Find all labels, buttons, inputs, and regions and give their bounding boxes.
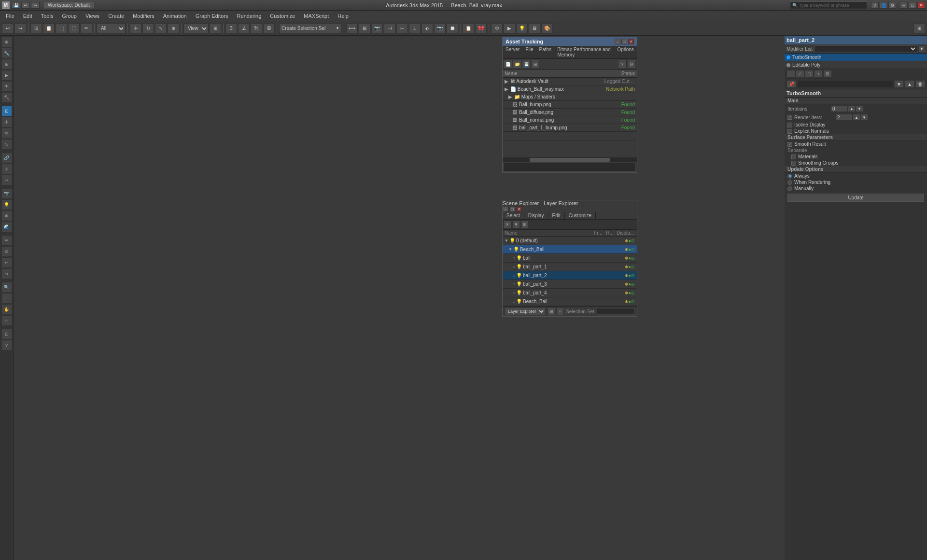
zoom-region-btn[interactable]: ⬚: [1, 293, 12, 304]
se-menu-edit[interactable]: Edit: [548, 212, 565, 219]
search-input[interactable]: Type a keyword or phrase: [799, 3, 849, 8]
ts-iterations-input[interactable]: [831, 105, 848, 112]
menu-file[interactable]: File: [2, 12, 18, 20]
ts-render-iters-up[interactable]: ▲: [853, 114, 860, 121]
se-menu-select[interactable]: Select: [503, 212, 524, 219]
asset-minimize-btn[interactable]: –: [615, 39, 620, 44]
create-tab[interactable]: ⊕: [1, 37, 12, 47]
se-row-beachball2[interactable]: ○ 💡 Beach_Ball ❄ ● ⊞: [503, 297, 637, 306]
quick-access-btn[interactable]: 💾: [12, 2, 20, 9]
ts-iterations-down[interactable]: ▼: [856, 105, 863, 112]
display-tab[interactable]: 👁: [1, 81, 12, 92]
select-and-place-btn[interactable]: ⊕: [168, 23, 179, 34]
ts-always-radio[interactable]: [787, 174, 792, 179]
ts-explicit-check[interactable]: [787, 129, 792, 134]
window-controls[interactable]: – □ ✕: [900, 2, 925, 9]
orbit-btn[interactable]: ○: [1, 315, 12, 326]
element-subobj-btn[interactable]: ⊞: [823, 70, 832, 78]
select-and-scale-btn[interactable]: ⤡: [155, 23, 167, 34]
paint-btn[interactable]: ✏: [1, 235, 12, 246]
se-deselect-btn[interactable]: ✕: [504, 221, 511, 228]
modifier-editablepoly[interactable]: Editable Poly: [785, 61, 927, 69]
menu-edit[interactable]: Edit: [19, 12, 36, 20]
select-by-name-btn[interactable]: 📋: [43, 23, 55, 34]
asset-row-maps[interactable]: ▶ 📁 Maps / Shaders: [503, 93, 637, 101]
undo-view-btn[interactable]: ↩: [1, 257, 12, 268]
ts-when-rendering-radio[interactable]: [787, 180, 792, 185]
menu-tools[interactable]: Tools: [37, 12, 57, 20]
asset-tool-table[interactable]: ⊞: [531, 60, 540, 69]
filter-dropdown[interactable]: All: [97, 23, 126, 34]
menu-views[interactable]: Views: [82, 12, 103, 20]
select-tool[interactable]: ⊡: [1, 106, 12, 116]
asset-menu-bitmap-perf[interactable]: Bitmap Performance and Memory: [554, 46, 614, 58]
helper-tool[interactable]: ⊕: [1, 210, 12, 221]
rotate-tool[interactable]: ↻: [1, 128, 12, 139]
light-tool[interactable]: 💡: [1, 199, 12, 210]
render-frame-btn[interactable]: 🖥: [529, 23, 540, 34]
ts-update-btn[interactable]: Update: [787, 194, 924, 202]
link-tool[interactable]: 🔗: [1, 153, 12, 163]
ts-smoothing-check[interactable]: [791, 161, 796, 166]
layer-manager-btn[interactable]: 📋: [463, 23, 474, 34]
mirror-btn[interactable]: ⟺: [346, 23, 358, 34]
ts-isoline-check[interactable]: [787, 123, 792, 127]
turbosmooth-rollout-header[interactable]: TurboSmooth: [785, 89, 927, 98]
asset-row-bump2[interactable]: 🖼 ball_part_1_bump.png Found: [503, 124, 637, 132]
place-highlight-btn[interactable]: ⬖: [421, 23, 433, 34]
asset-row-diffuse[interactable]: 🖼 Ball_diffuse.png Found: [503, 109, 637, 116]
redo-view-btn[interactable]: ↪: [1, 268, 12, 279]
menu-animation[interactable]: Animation: [159, 12, 191, 20]
menu-graph-editors[interactable]: Graph Editors: [192, 12, 232, 20]
menu-help[interactable]: Help: [334, 12, 352, 20]
ts-manually-radio[interactable]: [787, 186, 792, 191]
se-row-part3[interactable]: ○ 💡 ball_part_3 ❄ ● ⊞: [503, 280, 637, 289]
se-minimize-btn[interactable]: –: [503, 206, 508, 212]
active-shade-btn[interactable]: 💡: [516, 23, 528, 34]
hierarchy-tab[interactable]: ⊞: [1, 59, 12, 70]
se-footer-icon2[interactable]: +: [556, 308, 564, 315]
undo-btn[interactable]: ↩: [2, 23, 14, 34]
help-btn-left[interactable]: ?: [1, 340, 12, 350]
ribbon-btn[interactable]: 🎀: [475, 23, 487, 34]
camera-tool[interactable]: 📷: [1, 188, 12, 199]
asset-tool-save[interactable]: 💾: [522, 60, 531, 69]
select-and-move-btn[interactable]: ✛: [130, 23, 141, 34]
mat-editor-btn[interactable]: 🎨: [541, 23, 553, 34]
menu-create[interactable]: Create: [104, 12, 128, 20]
motion-tab[interactable]: ▶: [1, 70, 12, 81]
settings-icon[interactable]: ⚙: [888, 2, 896, 9]
asset-maximize-btn[interactable]: □: [621, 39, 627, 44]
lasso-select-btn[interactable]: 〇: [68, 23, 80, 34]
asset-menu-paths[interactable]: Paths: [536, 46, 555, 58]
se-footer-dropdown[interactable]: Layer Explorer: [505, 308, 546, 315]
ts-render-iters-input[interactable]: [836, 114, 853, 121]
modifier-pin-btn[interactable]: 📌: [787, 80, 796, 88]
asset-row-normal[interactable]: 🖼 Ball_normal.png Found: [503, 116, 637, 124]
workspace-selector[interactable]: Workspace: Default: [43, 1, 94, 9]
pan-btn[interactable]: ✋: [1, 304, 12, 315]
menu-modifiers[interactable]: Modifiers: [129, 12, 158, 20]
create-selection-dropdown[interactable]: Create Selection Sel ▼: [279, 23, 342, 34]
scale-tool[interactable]: ⤡: [1, 139, 12, 150]
asset-menu-server[interactable]: Server: [503, 46, 522, 58]
space-warp-tool[interactable]: 🌊: [1, 222, 12, 232]
menu-rendering[interactable]: Rendering: [233, 12, 266, 20]
vertex-subobj-btn[interactable]: ·: [787, 70, 795, 78]
percent-snap-btn[interactable]: %: [251, 23, 262, 34]
align-camera-btn[interactable]: 📷: [434, 23, 446, 34]
asset-tool-open[interactable]: 📁: [513, 60, 521, 69]
normal-align-btn[interactable]: ⟂: [409, 23, 421, 34]
align-btn[interactable]: ⊣: [384, 23, 395, 34]
select-and-rotate-btn[interactable]: ↻: [142, 23, 154, 34]
modifier-down-btn[interactable]: ▼: [894, 80, 904, 88]
viewport-grid-btn[interactable]: ⊞: [913, 23, 925, 34]
asset-tool-help[interactable]: ?: [618, 60, 627, 69]
quick-align-btn[interactable]: ⊢: [396, 23, 408, 34]
bind-tool[interactable]: ⊹: [1, 164, 12, 174]
se-row-ball[interactable]: ○ 💡 ball ❄ ● ⊞: [503, 254, 637, 263]
se-row-part1[interactable]: ○ 💡 ball_part_1 ❄ ● ⊞: [503, 263, 637, 271]
se-menu-customize[interactable]: Customize: [565, 212, 596, 219]
modifier-list-dropdown[interactable]: [815, 45, 917, 52]
close-btn[interactable]: ✕: [917, 2, 925, 9]
